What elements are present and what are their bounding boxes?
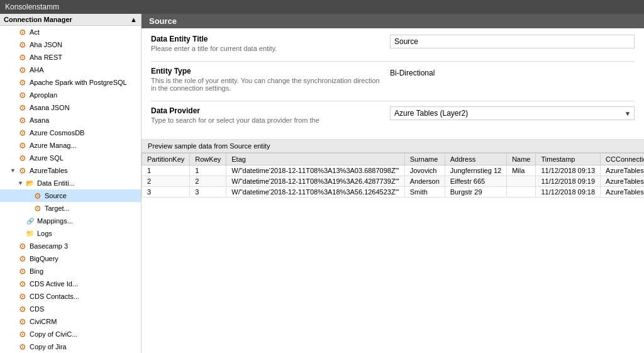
table-cell: 1 xyxy=(190,165,226,176)
table-cell: Eiffestr 665 xyxy=(445,176,506,187)
sidebar-item-asana-json[interactable]: Asana JSON xyxy=(0,101,141,114)
sidebar-item-label: AHA xyxy=(30,66,44,74)
right-panel: Source Data Entity Title Please enter a … xyxy=(142,14,644,353)
folder-closed-icon xyxy=(25,228,35,238)
sidebar-item-logs[interactable]: Logs xyxy=(0,227,141,240)
sidebar-item-aproplan[interactable]: Aproplan xyxy=(0,89,141,101)
table-row: 33W/"datetime'2018-12-11T08%3A18%3A56.12… xyxy=(142,187,645,198)
sidebar-item-bing[interactable]: Bing xyxy=(0,265,141,277)
gear-icon xyxy=(18,65,28,75)
gear-icon xyxy=(18,153,28,163)
sidebar-item-mappings[interactable]: Mappings... xyxy=(0,215,141,227)
sidebar-item-copy-of-jira[interactable]: Copy of Jira xyxy=(0,340,141,353)
table-cell: Smith xyxy=(404,187,445,198)
entity-title-label: Data Entity Title xyxy=(151,35,390,43)
sidebar-item-azure-manag[interactable]: Azure Manag... xyxy=(0,139,141,152)
sidebar-item-cds-contacts[interactable]: CDS Contacts... xyxy=(0,290,141,303)
sidebar-item-copy-of-civic[interactable]: Copy of CiviC... xyxy=(0,328,141,340)
sidebar-item-cds[interactable]: CDS xyxy=(0,303,141,315)
expand-icon[interactable]: ▼ xyxy=(18,180,25,186)
sidebar-item-aha-rest[interactable]: Aha REST xyxy=(0,51,141,64)
table-cell: AzureTables xyxy=(601,187,644,198)
sidebar-scroll[interactable]: ActAha JSONAha RESTAHAApache Spark with … xyxy=(0,26,141,353)
table-cell: W/"datetime'2018-12-11T08%3A13%3A03.6887… xyxy=(226,165,404,176)
table-row: 22W/"datetime'2018-12-11T08%3A19%3A26.42… xyxy=(142,176,645,187)
sidebar-item-label: Bing xyxy=(30,267,43,275)
table-cell xyxy=(507,176,536,187)
panel-title-bar: Source xyxy=(142,14,644,28)
table-header-name: Name xyxy=(507,154,536,165)
table-cell: 11/12/2018 09:13 xyxy=(536,165,601,176)
table-cell: Burgstr 29 xyxy=(445,187,506,198)
data-provider-desc: Type to search for or select your data p… xyxy=(151,116,384,124)
sidebar-item-cds-active-id[interactable]: CDS Active Id... xyxy=(0,277,141,290)
table-header-rowkey: RowKey xyxy=(190,154,226,165)
preview-header: Preview sample data from Source entity xyxy=(142,140,644,153)
gear-icon xyxy=(18,165,28,176)
sidebar-item-label: CDS Contacts... xyxy=(30,293,79,300)
table-cell: Jungfernstieg 12 xyxy=(445,165,506,176)
sidebar-item-azure-sql[interactable]: Azure SQL xyxy=(0,152,141,164)
table-header-timestamp: Timestamp xyxy=(536,154,601,165)
sidebar-item-civicrm[interactable]: CiviCRM xyxy=(0,315,141,328)
gear-icon xyxy=(33,191,43,201)
table-cell: Jovovich xyxy=(404,165,445,176)
table-cell: W/"datetime'2018-12-11T08%3A18%3A56.1264… xyxy=(226,187,404,198)
sidebar-item-label: Logs xyxy=(37,230,52,237)
table-cell: 11/12/2018 09:19 xyxy=(536,176,601,187)
sidebar-item-label: Azure CosmosDB xyxy=(30,129,84,137)
sidebar-title: Connection Manager xyxy=(4,16,72,23)
sidebar-item-asana[interactable]: Asana xyxy=(0,114,141,126)
sidebar-item-azure-cosmosdb[interactable]: Azure CosmosDB xyxy=(0,126,141,139)
sidebar-item-label: Apache Spark with PostgreSQL xyxy=(30,79,127,86)
sidebar-item-label: CDS Active Id... xyxy=(30,280,78,288)
sidebar-item-aha[interactable]: AHA xyxy=(0,64,141,76)
sidebar-item-label: Mappings... xyxy=(37,217,73,225)
sidebar-item-data-entities[interactable]: ▼Data Entiti... xyxy=(0,177,141,189)
entity-title-desc: Please enter a title for current data en… xyxy=(151,45,384,52)
table-cell: 11/12/2018 09:18 xyxy=(536,187,601,198)
gear-icon xyxy=(18,254,28,264)
sidebar-item-label: CiviCRM xyxy=(30,318,57,325)
gear-icon xyxy=(18,90,28,100)
sidebar-item-label: Asana JSON xyxy=(30,104,70,111)
table-cell: 2 xyxy=(142,176,190,187)
data-provider-label-col: Data Provider Type to search for or sele… xyxy=(151,106,390,124)
sidebar-item-azure-tables[interactable]: ▼AzureTables xyxy=(0,164,141,177)
form-area: Data Entity Title Please enter a title f… xyxy=(142,28,644,140)
sidebar-item-aha-json[interactable]: Aha JSON xyxy=(0,38,141,51)
app-container: Konsolenstamm Connection Manager ▲ ActAh… xyxy=(0,0,644,353)
gear-icon xyxy=(18,52,28,62)
folder-open-icon xyxy=(25,178,35,188)
preview-table-wrap[interactable]: PartitionKeyRowKeyEtagSurnameAddressName… xyxy=(142,153,644,353)
sidebar-item-apache-spark[interactable]: Apache Spark with PostgreSQL xyxy=(0,76,141,89)
sidebar-item-label: Azure Manag... xyxy=(30,142,77,149)
sidebar-item-label: Aha JSON xyxy=(30,41,62,48)
data-provider-row: Data Provider Type to search for or sele… xyxy=(151,106,635,124)
sidebar-item-label: Target... xyxy=(45,205,70,212)
gear-icon xyxy=(18,77,28,87)
gear-icon xyxy=(18,103,28,113)
sidebar-item-source[interactable]: Source xyxy=(0,189,141,202)
sidebar-item-act[interactable]: Act xyxy=(0,26,141,38)
sidebar-item-label: Basecamp 3 xyxy=(30,242,68,250)
sidebar-item-bigquery[interactable]: BigQuery xyxy=(0,252,141,265)
expand-icon[interactable]: ▼ xyxy=(10,167,18,174)
sidebar-item-basecamp3[interactable]: Basecamp 3 xyxy=(0,240,141,252)
entity-title-input[interactable] xyxy=(390,35,635,48)
sidebar-item-target[interactable]: Target... xyxy=(0,202,141,215)
table-cell: Anderson xyxy=(404,176,445,187)
data-provider-select[interactable]: Azure Tables (Layer2)Azure SQLAHAAsanaBi… xyxy=(390,106,635,120)
sidebar-collapse-icon[interactable]: ▲ xyxy=(130,16,137,23)
sidebar-item-label: CDS xyxy=(30,305,44,313)
gear-icon xyxy=(18,329,28,339)
divider-2 xyxy=(151,101,635,101)
table-header-surname: Surname xyxy=(404,154,445,165)
table-header-partitionkey: PartitionKey xyxy=(142,154,190,165)
gear-icon xyxy=(18,27,28,37)
gear-icon xyxy=(18,140,28,150)
data-provider-select-wrap: Azure Tables (Layer2)Azure SQLAHAAsanaBi… xyxy=(390,106,635,120)
sidebar-header: Connection Manager ▲ xyxy=(0,14,141,26)
entity-type-row: Entity Type This is the role of your ent… xyxy=(151,67,635,92)
sidebar-item-label: AzureTables xyxy=(30,167,68,174)
